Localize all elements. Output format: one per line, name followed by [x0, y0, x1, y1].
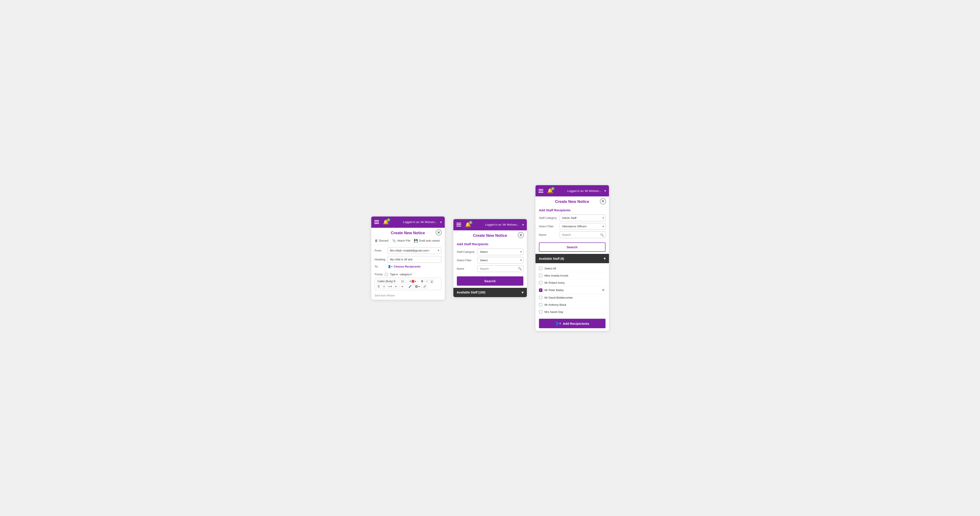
modal-title-3: Create New Notice	[555, 199, 589, 204]
card-body-2: Create New Notice ✕ Add Staff Recipients…	[453, 230, 527, 297]
modal-title: Create New Notice	[391, 231, 425, 235]
paperclip-icon: 📎	[392, 239, 396, 243]
menu-icon-2[interactable]	[457, 223, 461, 226]
menu-icon-3[interactable]	[539, 189, 543, 193]
font-name-arrows-icon: ⇅	[393, 280, 396, 283]
logged-in-text-3: Logged in as: Mr Mohsen...	[555, 189, 601, 193]
bold-button[interactable]: B	[420, 279, 425, 283]
search-button-2[interactable]: Search	[457, 276, 523, 286]
staff-name-select-all: Select All	[544, 267, 606, 270]
ordered-list-button[interactable]: ≡	[382, 284, 386, 289]
font-size-button[interactable]: 11	[400, 279, 405, 283]
staff-category-label-2: Staff Category	[457, 250, 476, 253]
staff-checkbox-robert-avery[interactable]	[539, 281, 542, 284]
menu-icon[interactable]	[374, 220, 379, 224]
staff-category-select-2[interactable]: Select	[477, 248, 523, 255]
staff-name-sarah-day: Mrs Sarah Day	[544, 310, 606, 314]
outdent-button[interactable]: ⇤	[394, 284, 399, 289]
staff-category-label-3: Staff Category	[539, 216, 558, 220]
to-label: To:	[375, 265, 386, 268]
name-search-wrap-2: 🔍	[477, 265, 523, 272]
from-label: From:	[375, 249, 386, 252]
title-row-2: Create New Notice ✕	[453, 230, 527, 240]
add-recipients-button[interactable]: 👤+ Add Recipicients	[539, 319, 606, 328]
unordered-list-button[interactable]: ☰	[376, 284, 381, 289]
add-person-icon: 👤+	[388, 265, 393, 268]
top-bar: 🔔 4 Logged in as: Mr Mohsen... ▾	[371, 217, 445, 228]
name-search-input-3[interactable]	[560, 231, 606, 238]
title-row: Create New Notice ✕	[371, 228, 445, 237]
mic-button[interactable]: 🎤	[407, 284, 413, 289]
staff-checkbox-david-biddlecombe[interactable]	[539, 296, 542, 299]
header-chevron-down-icon[interactable]: ▾	[440, 220, 442, 224]
add-recipients-label: Add Recipicients	[563, 322, 589, 325]
heading-row: Heading:	[375, 256, 441, 263]
staff-checkbox-imelda-arnold[interactable]	[539, 274, 542, 277]
bell-wrap-3: 🔔 4	[547, 188, 553, 194]
notice-toolbar: 🗑 Discard 📎 Attach File 💾 Draft auto sav…	[371, 237, 445, 245]
section-title-3: Add Staff Recipients	[536, 206, 609, 214]
staff-list-item: Mr David Biddlecombe	[539, 294, 606, 301]
select-filter-select-2[interactable]: Select	[477, 257, 523, 264]
header-chevron-down-icon-2[interactable]: ▾	[522, 223, 524, 226]
staff-checkbox-anthony-black[interactable]	[539, 303, 542, 306]
select-filter-label-3: Select Filter	[539, 225, 558, 228]
staff-checkbox-sarah-day[interactable]	[539, 310, 542, 314]
logged-in-text: Logged in as: Mr Mohsen...	[391, 220, 437, 224]
image-button[interactable]: 🖼 ▾	[414, 284, 421, 289]
font-name-label: Calibri (Body)	[377, 280, 393, 283]
indent-button[interactable]: ⇥	[399, 284, 404, 289]
available-staff-bar-3: Available Staff (8) ▾	[536, 254, 609, 263]
remove-staff-button-peter-bailey[interactable]: ✕	[601, 288, 606, 292]
close-button[interactable]: ✕	[436, 229, 442, 236]
priority-checkbox[interactable]	[385, 273, 388, 276]
panel-add-staff-empty: 🔔 4 Logged in as: Mr Mohsen... ▾ Create …	[453, 219, 527, 297]
close-button-2[interactable]: ✕	[518, 232, 524, 238]
discard-button[interactable]: 🗑 Discard	[375, 239, 388, 242]
type-button[interactable]: Type ▾	[390, 273, 398, 276]
available-staff-chevron-down-icon-2[interactable]: ▾	[522, 290, 523, 295]
name-search-input-2[interactable]	[477, 265, 523, 272]
choose-recipients-button[interactable]: 👤+ Choose Recipicents	[388, 265, 421, 268]
category-button[interactable]: category ▾	[400, 273, 412, 276]
underline-button[interactable]: U	[430, 279, 434, 283]
heading-label: Heading:	[375, 258, 386, 261]
top-bar-2: 🔔 4 Logged in as: Mr Mohsen... ▾	[453, 219, 527, 230]
notice-form: From: Mrs Abidi <mabidi@gmail.com> ▾ Hea…	[371, 245, 445, 272]
from-select-wrap: Mrs Abidi <mabidi@gmail.com> ▾	[388, 247, 441, 254]
add-person-icon-3: 👤+	[555, 322, 561, 325]
align-button[interactable]: ≡ ▾	[387, 284, 393, 289]
select-filter-select-3[interactable]: Attendance Officers	[560, 223, 606, 230]
rich-text-toolbar: Calibri (Body) ⇅ 11 A ▾ B I U ☰	[375, 278, 441, 290]
text-color-button[interactable]: A ▾	[408, 279, 417, 283]
staff-list: Select AllMiss Imelda ArnoldMr Robert Av…	[536, 263, 609, 317]
available-staff-bar-2: Available Staff (150) ▾	[453, 288, 527, 297]
heading-input[interactable]	[388, 256, 441, 263]
available-staff-chevron-down-icon-3[interactable]: ▾	[604, 256, 606, 261]
top-bar-3: 🔔 4 Logged in as: Mr Mohsen... ▾	[536, 185, 609, 196]
font-name-button[interactable]: Calibri (Body) ⇅	[376, 279, 397, 283]
staff-category-select-3[interactable]: Admin Staff	[560, 215, 606, 221]
attach-file-button[interactable]: 📎 Attach File	[392, 239, 410, 243]
select-filter-wrap-3: Attendance Officers ▾	[560, 223, 606, 230]
modal-title-2: Create New Notice	[473, 233, 507, 238]
divider2	[407, 279, 407, 283]
staff-category-select-wrap-3: Admin Staff ▾	[560, 215, 606, 221]
type-chevron-down-icon: ▾	[396, 273, 398, 276]
italic-button[interactable]: I	[425, 279, 428, 283]
select-filter-row-3: Select Filter Attendance Officers ▾	[539, 223, 606, 230]
search-button-3[interactable]: Search	[539, 242, 606, 252]
from-select[interactable]: Mrs Abidi <mabidi@gmail.com>	[388, 247, 441, 254]
link-button[interactable]: 🔗	[422, 284, 428, 289]
category-label: category	[400, 273, 410, 276]
staff-list-item: Miss Imelda Arnold	[539, 272, 606, 279]
header-chevron-down-icon-3[interactable]: ▾	[605, 189, 606, 193]
choose-recipients-label: Choose Recipicents	[394, 265, 420, 268]
staff-list-item: Mrs Sarah Day	[539, 308, 606, 315]
font-size-label: 11	[401, 280, 404, 283]
staff-checkbox-select-all[interactable]	[539, 267, 542, 270]
type-label: Type	[390, 273, 396, 276]
staff-list-item: Mr Peter Bailey✕	[539, 286, 606, 294]
staff-checkbox-peter-bailey[interactable]	[539, 288, 542, 292]
close-button-3[interactable]: ✕	[600, 198, 606, 204]
